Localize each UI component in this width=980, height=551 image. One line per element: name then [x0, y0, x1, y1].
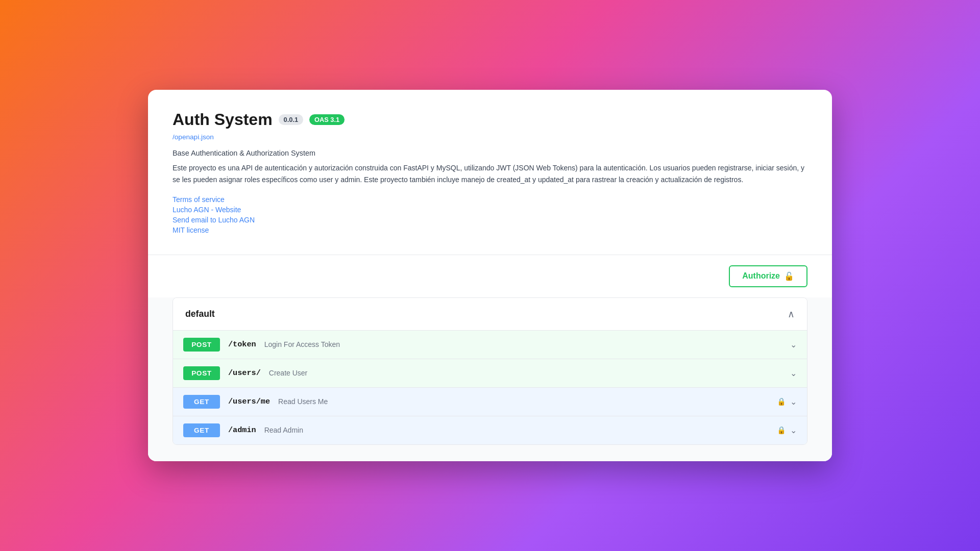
- endpoint-description: Read Admin: [264, 426, 769, 434]
- lock-icon: 🔓: [784, 271, 794, 281]
- info-section: Auth System 0.0.1 OAS 3.1 /openapi.json …: [148, 90, 832, 255]
- endpoint-right: ⌄: [790, 340, 797, 349]
- oas-badge: OAS 3.1: [309, 114, 345, 125]
- endpoint-expand-icon[interactable]: ⌄: [790, 425, 797, 435]
- description-long: Este proyecto es una API de autenticació…: [173, 162, 807, 185]
- endpoint-item[interactable]: POST/tokenLogin For Access Token⌄: [173, 331, 807, 359]
- endpoint-path: /users/me: [228, 397, 270, 406]
- endpoint-item[interactable]: GET/adminRead Admin🔒⌄: [173, 416, 807, 444]
- authorize-row: Authorize 🔓: [148, 255, 832, 297]
- endpoint-right: ⌄: [790, 368, 797, 378]
- openapi-link[interactable]: /openapi.json: [173, 133, 807, 141]
- info-link[interactable]: MIT license: [173, 226, 807, 234]
- title-row: Auth System 0.0.1 OAS 3.1: [173, 110, 807, 129]
- method-badge-post: POST: [183, 338, 220, 352]
- endpoint-description: Read Users Me: [278, 397, 769, 406]
- endpoint-item[interactable]: POST/users/Create User⌄: [173, 359, 807, 388]
- endpoints-section: default ∧ POST/tokenLogin For Access Tok…: [148, 297, 832, 461]
- endpoint-lock-icon: 🔒: [777, 397, 786, 406]
- method-badge-get: GET: [183, 423, 220, 437]
- group-title: default: [185, 309, 215, 319]
- endpoint-path: /admin: [228, 425, 256, 435]
- endpoint-path: /token: [228, 340, 256, 349]
- endpoint-lock-icon: 🔒: [777, 426, 786, 435]
- endpoint-path: /users/: [228, 368, 261, 378]
- endpoint-expand-icon[interactable]: ⌄: [790, 368, 797, 378]
- version-badge: 0.0.1: [279, 114, 303, 125]
- main-card: Auth System 0.0.1 OAS 3.1 /openapi.json …: [148, 90, 832, 461]
- endpoint-right: 🔒⌄: [777, 425, 797, 435]
- method-badge-get: GET: [183, 395, 220, 409]
- group-header[interactable]: default ∧: [173, 298, 807, 331]
- endpoints-list: POST/tokenLogin For Access Token⌄POST/us…: [173, 331, 807, 444]
- endpoint-description: Login For Access Token: [264, 340, 782, 348]
- endpoint-description: Create User: [269, 369, 782, 377]
- endpoint-right: 🔒⌄: [777, 397, 797, 407]
- description-short: Base Authentication & Authorization Syst…: [173, 149, 807, 157]
- group-chevron-icon[interactable]: ∧: [788, 308, 795, 320]
- authorize-button[interactable]: Authorize 🔓: [729, 265, 807, 287]
- app-title: Auth System: [173, 110, 273, 129]
- method-badge-post: POST: [183, 366, 220, 380]
- endpoint-item[interactable]: GET/users/meRead Users Me🔒⌄: [173, 388, 807, 416]
- authorize-label: Authorize: [742, 271, 780, 281]
- info-link[interactable]: Lucho AGN - Website: [173, 206, 807, 214]
- info-link[interactable]: Terms of service: [173, 195, 807, 204]
- info-link[interactable]: Send email to Lucho AGN: [173, 216, 807, 224]
- endpoint-expand-icon[interactable]: ⌄: [790, 397, 797, 407]
- default-group: default ∧ POST/tokenLogin For Access Tok…: [173, 297, 807, 445]
- links-section: Terms of serviceLucho AGN - WebsiteSend …: [173, 195, 807, 234]
- endpoint-expand-icon[interactable]: ⌄: [790, 340, 797, 349]
